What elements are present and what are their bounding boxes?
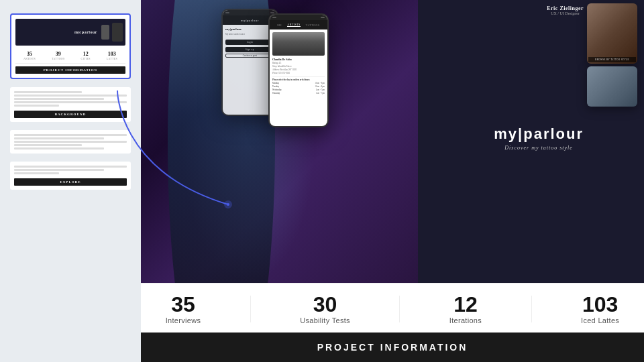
- stat-iterations-label: Iterations: [449, 316, 482, 324]
- phone-front: ME ARTISTS TATTOOS Claudia De Sabo Ratin…: [268, 13, 329, 127]
- phone-tagline: My tattoo studio locator: [225, 33, 274, 36]
- preview-stat-4: 103 LATTES: [107, 51, 117, 60]
- preview-phone-small: [101, 25, 109, 40]
- preview-stat-3: 12 CITIES: [81, 51, 91, 60]
- project-info-title: PROJECT INFORMATION: [141, 342, 644, 353]
- doc-line: [14, 137, 104, 139]
- doc-line: [14, 144, 82, 146]
- stat-iterations: 12 Iterations: [449, 294, 482, 324]
- phone-nav-logo: my|parlour: [241, 19, 259, 22]
- doc-line: [14, 101, 127, 103]
- stat-usability-label: Usability Tests: [300, 316, 350, 324]
- stat-interviews-label: Interviews: [166, 316, 201, 324]
- profile-image: [272, 32, 325, 56]
- stat-iterations-number: 12: [449, 294, 482, 315]
- hero-brand-big: my|parlour Discover my tattoo style: [494, 127, 584, 151]
- hero-brand-text: my|parlour: [494, 127, 584, 141]
- doc-line: [14, 169, 104, 171]
- doc-line: [14, 98, 104, 100]
- tattoo-main-photo: BROWSE BY TATTOO STYLE: [587, 3, 637, 64]
- stat-lattes: 103 Iced Lattes: [581, 294, 619, 324]
- phone-front-status: [270, 15, 327, 20]
- tattoo-secondary-photo: [587, 66, 637, 107]
- hours-monday: Monday 10am - 8pm: [272, 82, 325, 84]
- hours-section: Please select the day to confirm artist …: [272, 76, 325, 95]
- profile-info-2: Shop: Inkredible Tattoo: [272, 65, 325, 68]
- preview-brand: my|parlour: [18, 30, 99, 34]
- hero-section: Eric Zielinger UX / UI Designer my|parlo…: [141, 0, 644, 283]
- phone-signup-label: Sign up: [246, 48, 254, 51]
- phone-guest-label: Continue as guest: [243, 54, 257, 57]
- hours-thursday: Thursday 1am - 7pm: [272, 92, 325, 95]
- hero-tagline-text: Discover my tattoo style: [494, 145, 584, 151]
- tattoo-photo-top: BROWSE BY TATTOO STYLE: [587, 3, 637, 64]
- phone-mockups: my|parlour my|parlour My tattoo studio l…: [221, 3, 329, 127]
- status-dot: [225, 12, 229, 13]
- preview-stat-1: 35 ARTISTS: [23, 51, 36, 60]
- doc-line: [14, 134, 127, 136]
- preview-stats-row: 35 ARTISTS 39 TATTOOS 12 CITIES 103 LATT…: [15, 48, 125, 64]
- tattoo-overlay: BROWSE BY TATTOO STYLE: [588, 57, 636, 62]
- phone-guest-btn: Continue as guest: [225, 54, 274, 58]
- profile-info-3: Address: Brooklyn, NY 11201: [272, 68, 325, 71]
- nav-artists: ARTISTS: [287, 23, 300, 27]
- left-document-panel: my|parlour 35 ARTISTS 39 TATTOOS 12 CITI…: [0, 0, 141, 362]
- right-main-panel: Eric Zielinger UX / UI Designer my|parlo…: [141, 0, 644, 362]
- preview-stat-2: 39 TATTOOS: [52, 51, 65, 60]
- doc-content-section-1: BACKGROUND: [10, 87, 131, 122]
- hours-tuesday: Tuesday 10am - 8pm: [272, 85, 325, 88]
- hours-wednesday: Wednesday 1pm - 7pm: [272, 88, 325, 91]
- doc-background-bar: BACKGROUND: [14, 111, 127, 118]
- preview-project-info-bar: PROJECT INFORMATION: [15, 66, 125, 74]
- stat-divider-3: [531, 296, 532, 322]
- stat-usability-number: 30: [300, 294, 350, 315]
- phone-front-nav: ME ARTISTS TATTOOS: [270, 20, 327, 29]
- doc-line: [14, 95, 127, 97]
- tattoo-photo-bottom: [587, 66, 637, 107]
- status-dot: [321, 17, 325, 18]
- profile-info-1: Rating: 4.5: [272, 62, 325, 64]
- doc-content-section-2: [10, 130, 131, 154]
- project-info-section: PROJECT INFORMATION: [141, 333, 644, 362]
- preview-phone-large: [112, 23, 123, 42]
- doc-line: [14, 105, 59, 107]
- tattoo-bg: [587, 3, 637, 64]
- phone-signup-btn: Sign up: [225, 47, 274, 52]
- stat-divider-1: [250, 296, 251, 322]
- document-preview-card[interactable]: my|parlour 35 ARTISTS 39 TATTOOS 12 CITI…: [10, 13, 131, 79]
- author-role: UX / UI Designer: [547, 11, 584, 15]
- phone-login-label: Login: [247, 41, 254, 44]
- tattoo-photos: BROWSE BY TATTOO STYLE: [587, 3, 637, 107]
- doc-line: [14, 166, 127, 168]
- status-dot: [272, 17, 276, 18]
- doc-explore-bar: EXPLORE: [14, 178, 127, 186]
- doc-content-section-3: EXPLORE: [10, 162, 131, 190]
- stat-usability: 30 Usability Tests: [300, 294, 350, 324]
- stat-lattes-label: Iced Lattes: [581, 316, 619, 324]
- stat-lattes-number: 103: [581, 294, 619, 315]
- preview-hero-section: my|parlour: [15, 19, 125, 46]
- profile-info-4: Phone: 555-555-0102: [272, 72, 325, 74]
- profile-name: Claudia De Sabo: [272, 58, 325, 61]
- author-info: Eric Zielinger UX / UI Designer: [547, 5, 584, 15]
- author-name: Eric Zielinger: [547, 5, 584, 11]
- phone-login-btn: Login: [225, 40, 274, 45]
- doc-line: [14, 91, 82, 93]
- doc-line: [14, 147, 104, 149]
- stats-section: 35 Interviews 30 Usability Tests 12 Iter…: [141, 283, 644, 333]
- phone-status-bar: [223, 10, 277, 15]
- doc-line: [14, 172, 59, 174]
- doc-line: [14, 141, 127, 143]
- nav-tattoos: TATTOOS: [306, 23, 320, 27]
- hours-label: Please select the day to confirm artist …: [272, 78, 325, 81]
- stat-divider-2: [399, 296, 400, 322]
- nav-me: ME: [277, 23, 282, 27]
- phone-brand-label: my|parlour: [225, 27, 274, 31]
- phone-front-screen: ME ARTISTS TATTOOS Claudia De Sabo Ratin…: [270, 15, 327, 126]
- stat-interviews-number: 35: [166, 294, 201, 315]
- phone-profile-area: Claudia De Sabo Rating: 4.5 Shop: Inkred…: [270, 29, 327, 126]
- stat-interviews: 35 Interviews: [166, 294, 201, 324]
